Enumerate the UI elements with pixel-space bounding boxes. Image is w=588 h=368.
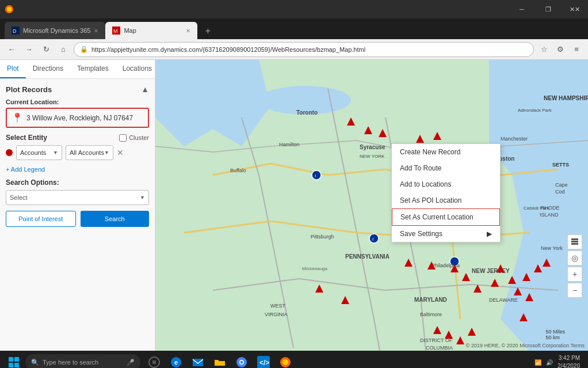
windows-logo-icon [9, 357, 19, 367]
tab-map-close[interactable]: ✕ [186, 28, 190, 34]
context-poi-label: Set As POI Location [400, 196, 461, 204]
collapse-button[interactable]: ▲ [141, 85, 149, 94]
svg-point-91 [282, 359, 288, 365]
context-locations-label: Add to Locations [400, 180, 451, 188]
home-button[interactable]: ⌂ [56, 43, 70, 56]
location-target-icon: ◎ [571, 253, 578, 263]
select-entity-label: Select Entity [6, 134, 47, 142]
section-title: Plot Records [6, 85, 52, 94]
entity-type-dropdown[interactable]: Accounts ▼ [16, 145, 62, 160]
context-create-new-record[interactable]: Create New Record [392, 144, 500, 160]
tab-templates[interactable]: Templates [70, 60, 116, 78]
extensions-button[interactable]: ⚙ [553, 43, 567, 56]
taskbar-firefox[interactable] [275, 352, 296, 368]
context-set-poi-location[interactable]: Set As POI Location [392, 192, 500, 208]
lock-icon: 🔒 [80, 45, 88, 53]
select-entity-row: Select Entity Cluster [6, 134, 149, 142]
cluster-label: Cluster [129, 134, 149, 141]
poi-button[interactable]: Point of Interest [6, 211, 76, 227]
svg-text:SETTS: SETTS [552, 162, 569, 168]
context-save-arrow-icon: ▶ [487, 230, 492, 238]
taskbar-vscode[interactable]: </> [253, 352, 274, 368]
tab-plot[interactable]: Plot [0, 60, 26, 78]
minimize-button[interactable]: ─ [509, 0, 535, 18]
zoom-in-button[interactable]: + [567, 267, 582, 282]
svg-text:I: I [315, 173, 316, 179]
entity-filter-value: All Accounts [70, 149, 104, 156]
taskbar-explorer[interactable] [209, 352, 230, 368]
tab-dynamics-label: Microsoft Dynamics 365 [23, 27, 90, 34]
zoom-out-button[interactable]: − [567, 283, 582, 298]
context-menu: Create New Record Add To Route Add to Lo… [391, 143, 501, 242]
current-location-input[interactable] [26, 114, 143, 122]
context-save-settings[interactable]: Save Settings ▶ [392, 226, 500, 242]
address-bar[interactable]: 🔒 https://appjettyunite.crm.dynamics.com… [74, 42, 534, 57]
svg-text:Adirondack Park: Adirondack Park [518, 108, 552, 113]
clear-entity-button[interactable]: ✕ [117, 148, 124, 157]
bookmarks-button[interactable]: ☆ [537, 43, 551, 56]
taskbar-cortana[interactable] [144, 352, 165, 368]
url-text: https://appjettyunite.crm.dynamics.com/{… [91, 46, 528, 53]
tab-map-label: Map [124, 27, 136, 34]
svg-text:MARYLAND: MARYLAND [414, 297, 447, 303]
svg-text:Cod: Cod [555, 189, 565, 195]
speaker-icon: 🔊 [546, 359, 553, 366]
forward-button[interactable]: → [22, 43, 36, 56]
svg-text:DELAWARE: DELAWARE [489, 297, 518, 303]
taskbar-search-box[interactable]: 🔍 Type here to search 🎤 [25, 354, 140, 368]
svg-rect-84 [193, 359, 203, 366]
sidebar-body: Plot Records ▲ Current Location: 📍 Selec… [0, 79, 155, 351]
taskbar-chrome[interactable] [231, 352, 252, 368]
svg-text:Baltimore: Baltimore [420, 312, 442, 317]
refresh-button[interactable]: ↻ [39, 43, 53, 56]
search-options-arrow-icon: ▼ [140, 195, 145, 200]
tab-dynamics[interactable]: D Microsoft Dynamics 365 ✕ [5, 22, 105, 39]
tab-directions[interactable]: Directions [26, 60, 70, 78]
map-area[interactable]: I I Toronto Hamilton Buffalo Syracuse NE… [155, 60, 588, 351]
taskbar-mail[interactable] [188, 352, 208, 368]
search-options-dropdown[interactable]: Select ▼ [6, 190, 149, 205]
entity-filter-dropdown[interactable]: All Accounts ▼ [66, 145, 113, 160]
tab-locations[interactable]: Locations [116, 60, 155, 78]
tab-map[interactable]: M Map ✕ [105, 22, 197, 39]
context-add-to-locations[interactable]: Add to Locations [392, 176, 500, 192]
window-controls: ─ ❐ ✕ [509, 0, 588, 18]
context-add-to-route[interactable]: Add To Route [392, 160, 500, 176]
back-button[interactable]: ← [5, 43, 18, 56]
start-button[interactable] [3, 352, 24, 368]
svg-text:ISLAND: ISLAND [540, 212, 559, 218]
svg-text:COLUMBIA: COLUMBIA [426, 345, 453, 351]
svg-text:NEW HAMPSHIRE: NEW HAMPSHIRE [544, 95, 588, 101]
taskbar-edge[interactable]: e [166, 352, 186, 368]
current-location-label: Current Location: [6, 98, 149, 105]
map-location-button[interactable]: ◎ [567, 251, 582, 265]
dynamics-favicon: D [12, 26, 20, 35]
cluster-checkbox[interactable] [119, 134, 127, 142]
close-button[interactable]: ✕ [562, 0, 588, 18]
svg-text:M: M [113, 28, 118, 34]
clock-date: 2/4/2020 [558, 362, 580, 368]
layers-icon [570, 237, 579, 246]
entity-type-value: Accounts [20, 149, 46, 156]
menu-button[interactable]: ≡ [570, 43, 583, 56]
title-bar: ─ ❐ ✕ [0, 0, 588, 18]
maximize-button[interactable]: ❐ [535, 0, 562, 18]
taskbar: 🔍 Type here to search 🎤 e [0, 351, 588, 368]
svg-text:New York: New York [541, 245, 563, 251]
svg-text:Mississauga: Mississauga [302, 266, 328, 271]
svg-rect-81 [152, 361, 156, 364]
svg-text:NEW JERSEY: NEW JERSEY [472, 268, 510, 274]
new-tab-button[interactable]: + [200, 23, 216, 39]
nav-bar: ← → ↻ ⌂ 🔒 https://appjettyunite.crm.dyna… [0, 39, 588, 60]
entity-dot-icon [6, 149, 13, 156]
map-copyright: © 2019 HERE, © 2020 Microsoft Corporatio… [466, 343, 585, 348]
scale-km: 50 km [545, 335, 565, 340]
search-button[interactable]: Search [81, 211, 150, 227]
sidebar-tabs: Plot Directions Templates Locations ✕ [0, 60, 155, 79]
map-layers-button[interactable] [567, 234, 582, 249]
taskbar-apps: e </> [144, 352, 296, 368]
context-set-current-location[interactable]: Set As Current Location [392, 208, 500, 226]
tab-dynamics-close[interactable]: ✕ [94, 28, 98, 34]
add-legend-link[interactable]: + Add Legend [6, 166, 149, 173]
browser-icon [5, 5, 14, 14]
